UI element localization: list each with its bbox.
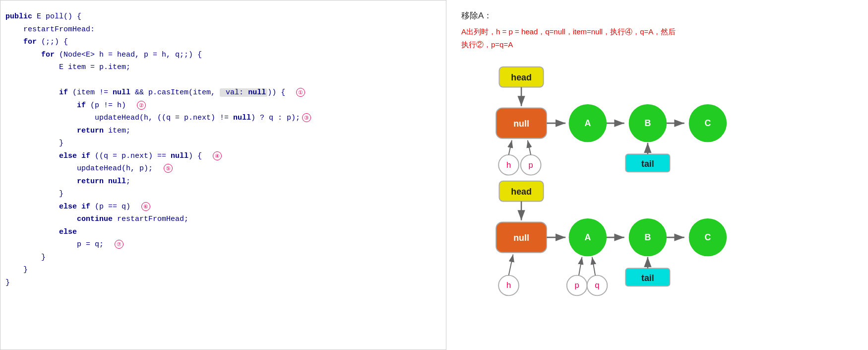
head-label-1: head — [511, 72, 532, 82]
right-panel: 移除A： A出列时，h = p = head，q=null，item=null，… — [446, 0, 868, 350]
node-a-label-2: A — [584, 232, 591, 242]
h-arrow-1 — [509, 140, 512, 155]
q-arrow-2 — [592, 257, 595, 276]
node-b-label-2: B — [644, 232, 651, 242]
diagram-2-svg: head null A B C — [461, 175, 853, 308]
q-label-2: q — [595, 280, 599, 290]
diagrams: head null A B C — [461, 61, 853, 279]
desc-line1: A出列时，h = p = head，q=null，item=null，执行④，q… — [461, 27, 676, 36]
desc-line2: 执行②，p=q=A — [461, 40, 513, 49]
tail-label-2: tail — [641, 273, 654, 283]
p-arrow-1 — [528, 140, 531, 155]
h-arrow-2 — [509, 255, 513, 276]
node-a-label-1: A — [584, 118, 591, 128]
null-label-2: null — [513, 233, 529, 243]
h-label-1: h — [506, 160, 511, 170]
description: A出列时，h = p = head，q=null，item=null，执行④，q… — [461, 25, 853, 51]
code-content: public E poll() { restartFromHead: for (… — [5, 10, 441, 289]
code-panel: public E poll() { restartFromHead: for (… — [0, 0, 446, 350]
diagram-1: head null A B C — [461, 61, 853, 160]
diagram-1-svg: head null A B C — [461, 61, 853, 187]
node-c-label-1: C — [704, 118, 711, 128]
node-b-label-1: B — [644, 118, 651, 128]
node-c-label-2: C — [704, 232, 711, 242]
null-label-1: null — [513, 119, 529, 129]
p-label-1: p — [529, 160, 533, 170]
tail-label-1: tail — [641, 159, 654, 169]
h-label-2: h — [506, 280, 511, 290]
section-title: 移除A： — [461, 10, 853, 21]
head-label-2: head — [511, 187, 532, 197]
diagram-2: head null A B C — [461, 175, 853, 279]
p-label-2: p — [575, 280, 579, 290]
p-arrow-2 — [579, 257, 582, 276]
